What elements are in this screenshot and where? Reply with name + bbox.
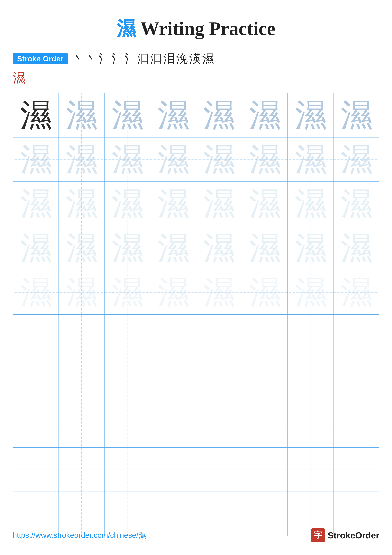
- grid-cell-1-1[interactable]: 濕: [59, 137, 105, 182]
- grid-row-5: [13, 314, 379, 359]
- grid-row-6: [13, 359, 379, 403]
- grid-cell-0-4[interactable]: 濕: [196, 93, 242, 137]
- grid-cell-1-7[interactable]: 濕: [333, 137, 379, 182]
- grid-cell-5-5[interactable]: [242, 314, 288, 359]
- grid-cell-2-6[interactable]: 濕: [288, 182, 334, 226]
- cell-char-1-4: 濕: [203, 142, 235, 177]
- stroke-order-badge: Stroke Order: [13, 53, 68, 64]
- grid-cell-3-3[interactable]: 濕: [150, 226, 196, 270]
- grid-cell-2-4[interactable]: 濕: [196, 182, 242, 226]
- grid-cell-3-2[interactable]: 濕: [104, 226, 150, 270]
- grid-cell-3-7[interactable]: 濕: [333, 226, 379, 270]
- grid-cell-4-1[interactable]: 濕: [59, 270, 105, 314]
- cell-char-2-5: 濕: [249, 186, 280, 221]
- grid-row-7: [13, 403, 379, 447]
- grid-cell-3-5[interactable]: 濕: [242, 226, 288, 270]
- grid-cell-8-6[interactable]: [288, 447, 334, 492]
- grid-cell-1-3[interactable]: 濕: [150, 137, 196, 182]
- grid-cell-1-5[interactable]: 濕: [242, 137, 288, 182]
- grid-cell-0-0[interactable]: 濕: [13, 93, 59, 137]
- grid-cell-6-4[interactable]: [196, 359, 242, 403]
- grid-cell-5-0[interactable]: [13, 314, 59, 359]
- grid-cell-8-7[interactable]: [333, 447, 379, 492]
- grid-cell-2-7[interactable]: 濕: [333, 182, 379, 226]
- cell-char-4-0: 濕: [20, 275, 51, 310]
- practice-grid: 濕濕濕濕濕濕濕濕濕濕濕濕濕濕濕濕濕濕濕濕濕濕濕濕濕濕濕濕濕濕濕濕濕濕濕濕濕濕濕濕: [13, 93, 379, 536]
- cell-char-3-4: 濕: [203, 231, 235, 265]
- grid-cell-4-4[interactable]: 濕: [196, 270, 242, 314]
- grid-cell-7-0[interactable]: [13, 403, 59, 447]
- grid-cell-6-2[interactable]: [104, 359, 150, 403]
- grid-cell-5-4[interactable]: [196, 314, 242, 359]
- grid-cell-0-1[interactable]: 濕: [59, 93, 105, 137]
- cell-char-3-3: 濕: [157, 231, 189, 265]
- grid-cell-6-6[interactable]: [288, 359, 334, 403]
- stroke-step-8: 浼: [176, 51, 188, 66]
- grid-cell-1-0[interactable]: 濕: [13, 137, 59, 182]
- grid-cell-8-5[interactable]: [242, 447, 288, 492]
- grid-cell-2-1[interactable]: 濕: [59, 182, 105, 226]
- grid-cell-6-3[interactable]: [150, 359, 196, 403]
- cell-char-4-7: 濕: [341, 275, 372, 310]
- cell-char-2-2: 濕: [112, 186, 143, 221]
- cell-char-2-1: 濕: [66, 186, 97, 221]
- cell-char-1-6: 濕: [295, 142, 326, 177]
- grid-cell-1-6[interactable]: 濕: [288, 137, 334, 182]
- grid-cell-0-5[interactable]: 濕: [242, 93, 288, 137]
- grid-cell-6-7[interactable]: [333, 359, 379, 403]
- grid-cell-6-0[interactable]: [13, 359, 59, 403]
- grid-cell-3-0[interactable]: 濕: [13, 226, 59, 270]
- grid-cell-3-1[interactable]: 濕: [59, 226, 105, 270]
- grid-row-2: 濕濕濕濕濕濕濕濕: [13, 182, 379, 226]
- grid-cell-5-2[interactable]: [104, 314, 150, 359]
- cell-char-1-2: 濕: [112, 142, 143, 177]
- grid-cell-2-3[interactable]: 濕: [150, 182, 196, 226]
- grid-cell-4-3[interactable]: 濕: [150, 270, 196, 314]
- grid-cell-0-3[interactable]: 濕: [150, 93, 196, 137]
- cell-char-4-5: 濕: [249, 275, 280, 310]
- grid-cell-5-1[interactable]: [59, 314, 105, 359]
- grid-cell-7-2[interactable]: [104, 403, 150, 447]
- grid-cell-0-7[interactable]: 濕: [333, 93, 379, 137]
- grid-cell-4-5[interactable]: 濕: [242, 270, 288, 314]
- grid-cell-4-0[interactable]: 濕: [13, 270, 59, 314]
- grid-row-4: 濕濕濕濕濕濕濕濕: [13, 270, 379, 314]
- grid-cell-5-3[interactable]: [150, 314, 196, 359]
- cell-char-0-6: 濕: [295, 98, 326, 132]
- cell-char-0-0: 濕: [20, 98, 51, 132]
- grid-cell-4-7[interactable]: 濕: [333, 270, 379, 314]
- grid-cell-0-6[interactable]: 濕: [288, 93, 334, 137]
- grid-cell-7-5[interactable]: [242, 403, 288, 447]
- grid-cell-7-7[interactable]: [333, 403, 379, 447]
- grid-cell-1-4[interactable]: 濕: [196, 137, 242, 182]
- grid-cell-2-0[interactable]: 濕: [13, 182, 59, 226]
- cell-char-4-3: 濕: [157, 275, 189, 310]
- grid-cell-7-3[interactable]: [150, 403, 196, 447]
- grid-cell-0-2[interactable]: 濕: [104, 93, 150, 137]
- grid-cell-8-2[interactable]: [104, 447, 150, 492]
- stroke-order-section: Stroke Order 丶丶氵氵氵汩汩泪浼渶濕: [13, 51, 379, 66]
- grid-cell-2-2[interactable]: 濕: [104, 182, 150, 226]
- grid-cell-6-1[interactable]: [59, 359, 105, 403]
- grid-cell-7-4[interactable]: [196, 403, 242, 447]
- footer-url: https://www.strokeorder.com/chinese/濕: [13, 530, 146, 540]
- cell-char-1-3: 濕: [157, 142, 189, 177]
- grid-cell-4-2[interactable]: 濕: [104, 270, 150, 314]
- grid-cell-8-0[interactable]: [13, 447, 59, 492]
- footer: https://www.strokeorder.com/chinese/濕 字 …: [13, 528, 379, 542]
- stroke-step-4: 氵: [124, 51, 136, 66]
- grid-cell-8-1[interactable]: [59, 447, 105, 492]
- grid-cell-3-4[interactable]: 濕: [196, 226, 242, 270]
- grid-cell-1-2[interactable]: 濕: [104, 137, 150, 182]
- grid-cell-7-6[interactable]: [288, 403, 334, 447]
- grid-cell-4-6[interactable]: 濕: [288, 270, 334, 314]
- grid-cell-8-4[interactable]: [196, 447, 242, 492]
- grid-cell-5-7[interactable]: [333, 314, 379, 359]
- cell-char-2-0: 濕: [20, 186, 51, 221]
- grid-cell-6-5[interactable]: [242, 359, 288, 403]
- grid-cell-5-6[interactable]: [288, 314, 334, 359]
- grid-cell-8-3[interactable]: [150, 447, 196, 492]
- grid-cell-7-1[interactable]: [59, 403, 105, 447]
- grid-cell-2-5[interactable]: 濕: [242, 182, 288, 226]
- grid-cell-3-6[interactable]: 濕: [288, 226, 334, 270]
